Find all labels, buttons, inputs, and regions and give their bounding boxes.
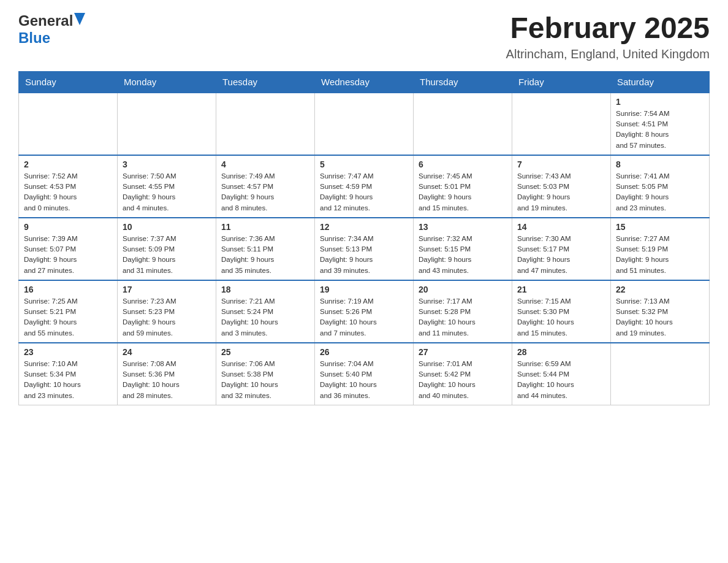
day-info: Sunrise: 7:50 AM Sunset: 4:55 PM Dayligh…	[123, 171, 211, 213]
day-cell: 6Sunrise: 7:45 AM Sunset: 5:01 PM Daylig…	[414, 155, 512, 218]
day-number: 22	[616, 285, 704, 294]
day-cell	[611, 343, 710, 405]
svg-marker-0	[74, 13, 85, 25]
day-cell: 8Sunrise: 7:41 AM Sunset: 5:05 PM Daylig…	[611, 155, 710, 218]
day-info: Sunrise: 7:32 AM Sunset: 5:15 PM Dayligh…	[419, 234, 507, 276]
day-info: Sunrise: 7:15 AM Sunset: 5:30 PM Dayligh…	[517, 296, 605, 339]
day-number: 25	[221, 347, 309, 357]
day-info: Sunrise: 7:25 AM Sunset: 5:21 PM Dayligh…	[24, 296, 112, 339]
day-number: 1	[616, 97, 704, 107]
day-cell	[414, 93, 512, 155]
day-cell: 9Sunrise: 7:39 AM Sunset: 5:07 PM Daylig…	[19, 218, 118, 280]
day-info: Sunrise: 7:36 AM Sunset: 5:11 PM Dayligh…	[221, 234, 309, 276]
logo: General Blue	[18, 12, 85, 47]
day-cell: 1Sunrise: 7:54 AM Sunset: 4:51 PM Daylig…	[611, 93, 710, 155]
calendar-table: SundayMondayTuesdayWednesdayThursdayFrid…	[18, 71, 710, 405]
day-info: Sunrise: 7:41 AM Sunset: 5:05 PM Dayligh…	[616, 171, 704, 213]
header-tuesday: Tuesday	[216, 71, 315, 93]
day-cell	[512, 93, 611, 155]
day-number: 2	[24, 159, 112, 169]
day-cell: 20Sunrise: 7:17 AM Sunset: 5:28 PM Dayli…	[414, 280, 512, 343]
day-info: Sunrise: 7:49 AM Sunset: 4:57 PM Dayligh…	[221, 171, 309, 213]
day-number: 11	[221, 222, 309, 232]
day-info: Sunrise: 7:19 AM Sunset: 5:26 PM Dayligh…	[320, 296, 408, 339]
header-friday: Friday	[512, 71, 611, 93]
day-number: 28	[517, 347, 605, 357]
day-number: 5	[320, 159, 408, 169]
day-cell: 27Sunrise: 7:01 AM Sunset: 5:42 PM Dayli…	[414, 343, 512, 405]
day-info: Sunrise: 7:37 AM Sunset: 5:09 PM Dayligh…	[123, 234, 211, 276]
day-cell	[19, 93, 118, 155]
day-info: Sunrise: 7:21 AM Sunset: 5:24 PM Dayligh…	[221, 296, 309, 339]
header-sunday: Sunday	[19, 71, 118, 93]
day-number: 27	[419, 347, 507, 357]
day-cell: 21Sunrise: 7:15 AM Sunset: 5:30 PM Dayli…	[512, 280, 611, 343]
day-number: 17	[123, 285, 211, 294]
day-info: Sunrise: 6:59 AM Sunset: 5:44 PM Dayligh…	[517, 359, 605, 401]
day-info: Sunrise: 7:54 AM Sunset: 4:51 PM Dayligh…	[616, 109, 704, 151]
day-cell: 11Sunrise: 7:36 AM Sunset: 5:11 PM Dayli…	[216, 218, 315, 280]
day-cell	[315, 93, 414, 155]
day-info: Sunrise: 7:34 AM Sunset: 5:13 PM Dayligh…	[320, 234, 408, 276]
day-info: Sunrise: 7:17 AM Sunset: 5:28 PM Dayligh…	[419, 296, 507, 339]
day-info: Sunrise: 7:30 AM Sunset: 5:17 PM Dayligh…	[517, 234, 605, 276]
day-info: Sunrise: 7:39 AM Sunset: 5:07 PM Dayligh…	[24, 234, 112, 276]
day-number: 13	[419, 222, 507, 232]
day-cell: 17Sunrise: 7:23 AM Sunset: 5:23 PM Dayli…	[118, 280, 216, 343]
week-row-5: 23Sunrise: 7:10 AM Sunset: 5:34 PM Dayli…	[19, 343, 710, 405]
day-number: 4	[221, 159, 309, 169]
day-info: Sunrise: 7:01 AM Sunset: 5:42 PM Dayligh…	[419, 359, 507, 401]
month-title: February 2025	[506, 12, 710, 45]
day-info: Sunrise: 7:27 AM Sunset: 5:19 PM Dayligh…	[616, 234, 704, 276]
day-cell: 19Sunrise: 7:19 AM Sunset: 5:26 PM Dayli…	[315, 280, 414, 343]
day-cell: 14Sunrise: 7:30 AM Sunset: 5:17 PM Dayli…	[512, 218, 611, 280]
day-cell: 28Sunrise: 6:59 AM Sunset: 5:44 PM Dayli…	[512, 343, 611, 405]
day-number: 12	[320, 222, 408, 232]
day-number: 15	[616, 222, 704, 232]
day-number: 6	[419, 159, 507, 169]
page-header: General Blue February 2025 Altrincham, E…	[18, 12, 710, 61]
header-monday: Monday	[118, 71, 216, 93]
day-cell: 15Sunrise: 7:27 AM Sunset: 5:19 PM Dayli…	[611, 218, 710, 280]
day-info: Sunrise: 7:45 AM Sunset: 5:01 PM Dayligh…	[419, 171, 507, 213]
day-number: 26	[320, 347, 408, 357]
day-cell: 22Sunrise: 7:13 AM Sunset: 5:32 PM Dayli…	[611, 280, 710, 343]
location-text: Altrincham, England, United Kingdom	[506, 47, 710, 61]
day-cell: 23Sunrise: 7:10 AM Sunset: 5:34 PM Dayli…	[19, 343, 118, 405]
title-area: February 2025 Altrincham, England, Unite…	[506, 12, 710, 61]
week-row-3: 9Sunrise: 7:39 AM Sunset: 5:07 PM Daylig…	[19, 218, 710, 280]
day-number: 18	[221, 285, 309, 294]
day-cell: 18Sunrise: 7:21 AM Sunset: 5:24 PM Dayli…	[216, 280, 315, 343]
day-info: Sunrise: 7:04 AM Sunset: 5:40 PM Dayligh…	[320, 359, 408, 401]
day-info: Sunrise: 7:10 AM Sunset: 5:34 PM Dayligh…	[24, 359, 112, 401]
day-info: Sunrise: 7:47 AM Sunset: 4:59 PM Dayligh…	[320, 171, 408, 213]
day-cell: 12Sunrise: 7:34 AM Sunset: 5:13 PM Dayli…	[315, 218, 414, 280]
day-cell: 25Sunrise: 7:06 AM Sunset: 5:38 PM Dayli…	[216, 343, 315, 405]
day-number: 14	[517, 222, 605, 232]
day-cell: 13Sunrise: 7:32 AM Sunset: 5:15 PM Dayli…	[414, 218, 512, 280]
day-info: Sunrise: 7:23 AM Sunset: 5:23 PM Dayligh…	[123, 296, 211, 339]
day-number: 3	[123, 159, 211, 169]
day-number: 21	[517, 285, 605, 294]
day-number: 8	[616, 159, 704, 169]
day-number: 9	[24, 222, 112, 232]
day-info: Sunrise: 7:06 AM Sunset: 5:38 PM Dayligh…	[221, 359, 309, 401]
header-wednesday: Wednesday	[315, 71, 414, 93]
day-info: Sunrise: 7:43 AM Sunset: 5:03 PM Dayligh…	[517, 171, 605, 213]
day-cell: 2Sunrise: 7:52 AM Sunset: 4:53 PM Daylig…	[19, 155, 118, 218]
day-number: 19	[320, 285, 408, 294]
day-cell	[118, 93, 216, 155]
week-row-2: 2Sunrise: 7:52 AM Sunset: 4:53 PM Daylig…	[19, 155, 710, 218]
day-cell	[216, 93, 315, 155]
day-cell: 7Sunrise: 7:43 AM Sunset: 5:03 PM Daylig…	[512, 155, 611, 218]
day-cell: 10Sunrise: 7:37 AM Sunset: 5:09 PM Dayli…	[118, 218, 216, 280]
week-row-4: 16Sunrise: 7:25 AM Sunset: 5:21 PM Dayli…	[19, 280, 710, 343]
day-number: 10	[123, 222, 211, 232]
logo-triangle-icon	[74, 13, 85, 26]
day-cell: 26Sunrise: 7:04 AM Sunset: 5:40 PM Dayli…	[315, 343, 414, 405]
day-number: 7	[517, 159, 605, 169]
day-number: 20	[419, 285, 507, 294]
logo-blue-text: Blue	[18, 29, 50, 46]
day-cell: 3Sunrise: 7:50 AM Sunset: 4:55 PM Daylig…	[118, 155, 216, 218]
logo-general-text: General	[18, 12, 73, 29]
